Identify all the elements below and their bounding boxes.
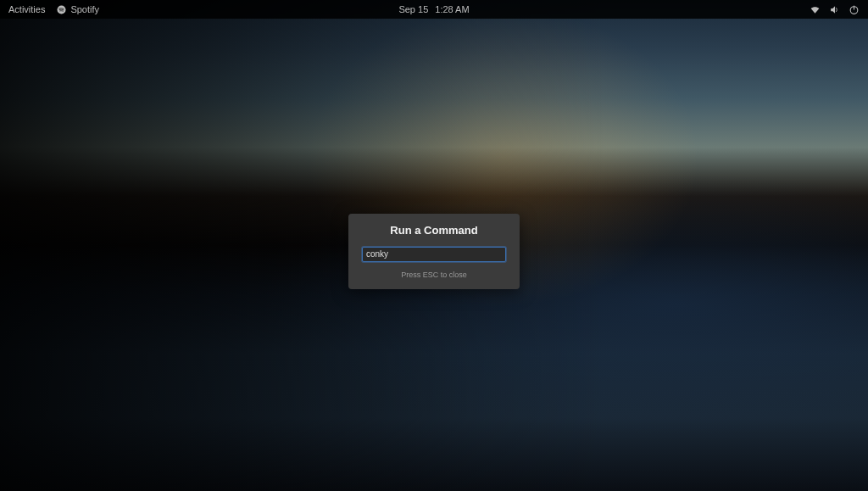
dialog-title: Run a Command xyxy=(362,224,506,237)
activities-label: Activities xyxy=(8,4,45,14)
top-panel: Activities Spotify Sep 15 1:28 AM xyxy=(0,0,868,19)
top-panel-left: Activities Spotify xyxy=(8,4,99,14)
system-status-area[interactable] xyxy=(810,4,860,15)
command-input[interactable] xyxy=(362,247,506,262)
clock-button[interactable]: Sep 15 1:28 AM xyxy=(398,4,469,14)
app-menu-label: Spotify xyxy=(70,4,99,14)
clock-time: 1:28 AM xyxy=(435,4,469,14)
app-menu-button[interactable]: Spotify xyxy=(57,4,99,14)
desktop-wallpaper: Activities Spotify Sep 15 1:28 AM xyxy=(0,0,868,491)
volume-icon xyxy=(829,4,840,15)
spotify-icon xyxy=(57,5,66,14)
power-icon xyxy=(849,4,860,15)
network-icon xyxy=(810,4,821,15)
dialog-hint: Press ESC to close xyxy=(362,271,506,279)
activities-button[interactable]: Activities xyxy=(8,4,45,14)
run-command-dialog: Run a Command Press ESC to close xyxy=(348,214,520,289)
clock-date: Sep 15 xyxy=(398,4,428,14)
